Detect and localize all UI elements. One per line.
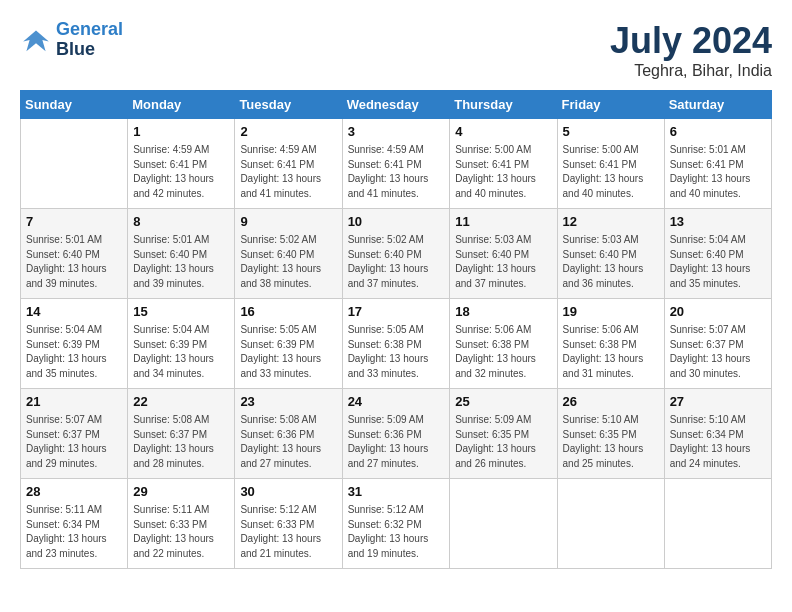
day-number: 27 (670, 393, 766, 411)
day-info: Sunrise: 5:12 AM Sunset: 6:33 PM Dayligh… (240, 503, 336, 561)
day-info: Sunrise: 5:04 AM Sunset: 6:40 PM Dayligh… (670, 233, 766, 291)
day-info: Sunrise: 5:03 AM Sunset: 6:40 PM Dayligh… (563, 233, 659, 291)
table-row: 8Sunrise: 5:01 AM Sunset: 6:40 PM Daylig… (128, 209, 235, 299)
table-row: 16Sunrise: 5:05 AM Sunset: 6:39 PM Dayli… (235, 299, 342, 389)
day-number: 1 (133, 123, 229, 141)
day-info: Sunrise: 5:11 AM Sunset: 6:34 PM Dayligh… (26, 503, 122, 561)
day-info: Sunrise: 5:08 AM Sunset: 6:37 PM Dayligh… (133, 413, 229, 471)
page-header: General Blue July 2024 Teghra, Bihar, In… (20, 20, 772, 80)
day-number: 31 (348, 483, 445, 501)
day-number: 7 (26, 213, 122, 231)
calendar-header-row: Sunday Monday Tuesday Wednesday Thursday… (21, 91, 772, 119)
calendar-week-row: 1Sunrise: 4:59 AM Sunset: 6:41 PM Daylig… (21, 119, 772, 209)
table-row (557, 479, 664, 569)
table-row: 13Sunrise: 5:04 AM Sunset: 6:40 PM Dayli… (664, 209, 771, 299)
table-row: 14Sunrise: 5:04 AM Sunset: 6:39 PM Dayli… (21, 299, 128, 389)
day-info: Sunrise: 5:05 AM Sunset: 6:38 PM Dayligh… (348, 323, 445, 381)
table-row (450, 479, 557, 569)
header-sunday: Sunday (21, 91, 128, 119)
header-tuesday: Tuesday (235, 91, 342, 119)
table-row: 2Sunrise: 4:59 AM Sunset: 6:41 PM Daylig… (235, 119, 342, 209)
day-info: Sunrise: 5:09 AM Sunset: 6:36 PM Dayligh… (348, 413, 445, 471)
table-row: 17Sunrise: 5:05 AM Sunset: 6:38 PM Dayli… (342, 299, 450, 389)
calendar-week-row: 28Sunrise: 5:11 AM Sunset: 6:34 PM Dayli… (21, 479, 772, 569)
day-info: Sunrise: 5:12 AM Sunset: 6:32 PM Dayligh… (348, 503, 445, 561)
logo-icon (20, 24, 52, 56)
day-number: 5 (563, 123, 659, 141)
header-wednesday: Wednesday (342, 91, 450, 119)
day-number: 20 (670, 303, 766, 321)
calendar-week-row: 7Sunrise: 5:01 AM Sunset: 6:40 PM Daylig… (21, 209, 772, 299)
day-number: 11 (455, 213, 551, 231)
day-info: Sunrise: 4:59 AM Sunset: 6:41 PM Dayligh… (348, 143, 445, 201)
day-info: Sunrise: 5:04 AM Sunset: 6:39 PM Dayligh… (133, 323, 229, 381)
day-number: 22 (133, 393, 229, 411)
day-info: Sunrise: 5:10 AM Sunset: 6:35 PM Dayligh… (563, 413, 659, 471)
table-row: 29Sunrise: 5:11 AM Sunset: 6:33 PM Dayli… (128, 479, 235, 569)
day-number: 12 (563, 213, 659, 231)
table-row: 23Sunrise: 5:08 AM Sunset: 6:36 PM Dayli… (235, 389, 342, 479)
logo-text: General Blue (56, 20, 123, 60)
day-info: Sunrise: 4:59 AM Sunset: 6:41 PM Dayligh… (240, 143, 336, 201)
calendar-table: Sunday Monday Tuesday Wednesday Thursday… (20, 90, 772, 569)
calendar-week-row: 14Sunrise: 5:04 AM Sunset: 6:39 PM Dayli… (21, 299, 772, 389)
month-title: July 2024 (610, 20, 772, 62)
day-info: Sunrise: 5:08 AM Sunset: 6:36 PM Dayligh… (240, 413, 336, 471)
table-row: 28Sunrise: 5:11 AM Sunset: 6:34 PM Dayli… (21, 479, 128, 569)
day-number: 29 (133, 483, 229, 501)
day-info: Sunrise: 5:11 AM Sunset: 6:33 PM Dayligh… (133, 503, 229, 561)
table-row: 15Sunrise: 5:04 AM Sunset: 6:39 PM Dayli… (128, 299, 235, 389)
day-number: 6 (670, 123, 766, 141)
table-row (664, 479, 771, 569)
header-monday: Monday (128, 91, 235, 119)
day-number: 8 (133, 213, 229, 231)
day-info: Sunrise: 5:10 AM Sunset: 6:34 PM Dayligh… (670, 413, 766, 471)
location: Teghra, Bihar, India (610, 62, 772, 80)
day-number: 14 (26, 303, 122, 321)
table-row: 22Sunrise: 5:08 AM Sunset: 6:37 PM Dayli… (128, 389, 235, 479)
table-row: 5Sunrise: 5:00 AM Sunset: 6:41 PM Daylig… (557, 119, 664, 209)
day-info: Sunrise: 5:06 AM Sunset: 6:38 PM Dayligh… (455, 323, 551, 381)
table-row: 7Sunrise: 5:01 AM Sunset: 6:40 PM Daylig… (21, 209, 128, 299)
table-row: 25Sunrise: 5:09 AM Sunset: 6:35 PM Dayli… (450, 389, 557, 479)
header-friday: Friday (557, 91, 664, 119)
table-row: 19Sunrise: 5:06 AM Sunset: 6:38 PM Dayli… (557, 299, 664, 389)
day-number: 18 (455, 303, 551, 321)
day-info: Sunrise: 5:00 AM Sunset: 6:41 PM Dayligh… (455, 143, 551, 201)
day-info: Sunrise: 5:01 AM Sunset: 6:40 PM Dayligh… (133, 233, 229, 291)
table-row: 26Sunrise: 5:10 AM Sunset: 6:35 PM Dayli… (557, 389, 664, 479)
calendar-week-row: 21Sunrise: 5:07 AM Sunset: 6:37 PM Dayli… (21, 389, 772, 479)
table-row (21, 119, 128, 209)
day-info: Sunrise: 5:07 AM Sunset: 6:37 PM Dayligh… (670, 323, 766, 381)
table-row: 9Sunrise: 5:02 AM Sunset: 6:40 PM Daylig… (235, 209, 342, 299)
day-number: 13 (670, 213, 766, 231)
day-number: 24 (348, 393, 445, 411)
svg-marker-0 (23, 30, 49, 51)
table-row: 12Sunrise: 5:03 AM Sunset: 6:40 PM Dayli… (557, 209, 664, 299)
day-info: Sunrise: 5:04 AM Sunset: 6:39 PM Dayligh… (26, 323, 122, 381)
table-row: 27Sunrise: 5:10 AM Sunset: 6:34 PM Dayli… (664, 389, 771, 479)
table-row: 21Sunrise: 5:07 AM Sunset: 6:37 PM Dayli… (21, 389, 128, 479)
day-number: 16 (240, 303, 336, 321)
day-number: 30 (240, 483, 336, 501)
day-info: Sunrise: 5:05 AM Sunset: 6:39 PM Dayligh… (240, 323, 336, 381)
day-number: 15 (133, 303, 229, 321)
day-number: 28 (26, 483, 122, 501)
logo: General Blue (20, 20, 123, 60)
table-row: 30Sunrise: 5:12 AM Sunset: 6:33 PM Dayli… (235, 479, 342, 569)
day-info: Sunrise: 5:01 AM Sunset: 6:41 PM Dayligh… (670, 143, 766, 201)
day-info: Sunrise: 4:59 AM Sunset: 6:41 PM Dayligh… (133, 143, 229, 201)
day-info: Sunrise: 5:01 AM Sunset: 6:40 PM Dayligh… (26, 233, 122, 291)
table-row: 11Sunrise: 5:03 AM Sunset: 6:40 PM Dayli… (450, 209, 557, 299)
table-row: 10Sunrise: 5:02 AM Sunset: 6:40 PM Dayli… (342, 209, 450, 299)
table-row: 18Sunrise: 5:06 AM Sunset: 6:38 PM Dayli… (450, 299, 557, 389)
day-info: Sunrise: 5:07 AM Sunset: 6:37 PM Dayligh… (26, 413, 122, 471)
day-number: 3 (348, 123, 445, 141)
day-info: Sunrise: 5:06 AM Sunset: 6:38 PM Dayligh… (563, 323, 659, 381)
table-row: 4Sunrise: 5:00 AM Sunset: 6:41 PM Daylig… (450, 119, 557, 209)
day-info: Sunrise: 5:02 AM Sunset: 6:40 PM Dayligh… (348, 233, 445, 291)
day-number: 23 (240, 393, 336, 411)
table-row: 24Sunrise: 5:09 AM Sunset: 6:36 PM Dayli… (342, 389, 450, 479)
day-number: 26 (563, 393, 659, 411)
day-number: 25 (455, 393, 551, 411)
